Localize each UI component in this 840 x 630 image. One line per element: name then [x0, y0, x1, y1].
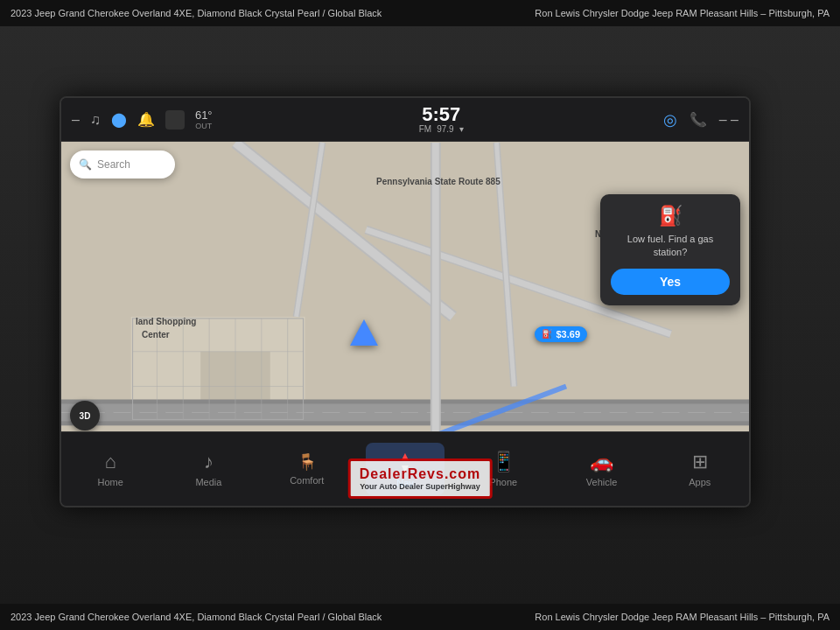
top-bar-right: Ron Lewis Chrysler Dodge Jeep RAM Pleasa…	[535, 8, 830, 18]
fuel-icon-row: ⛽	[611, 205, 730, 228]
nav-label-comfort: Comfort	[290, 475, 324, 486]
road-label-885: Pennsylvania State Route 885	[376, 177, 500, 186]
header-right-icons: ◎ 📞 – –	[663, 110, 738, 130]
fuel-yes-button[interactable]: Yes	[611, 269, 730, 295]
temp-value: 61°	[195, 108, 213, 122]
screen-header: – ♫ ⬤ 🔔 61° OUT 5:57 FM 97.9 ▾ ◎	[61, 98, 749, 142]
nav-item-comfort[interactable]: 🪑 Comfort	[268, 445, 346, 493]
nav-label-media: Media	[195, 477, 221, 487]
comfort-icon: 🪑	[298, 452, 317, 472]
watermark: DealerRevs.com Your Auto Dealer SuperHig…	[348, 458, 493, 499]
eye-icon[interactable]: ◎	[663, 110, 677, 130]
map-search[interactable]: 🔍 Search	[70, 150, 175, 178]
radio-freq: 97.9	[437, 124, 453, 134]
bottom-bar-left: 2023 Jeep Grand Cherokee Overland 4XE, D…	[10, 612, 382, 622]
temp-label: OUT	[195, 122, 213, 130]
infotainment-screen: – ♫ ⬤ 🔔 61° OUT 5:57 FM 97.9 ▾ ◎	[60, 96, 751, 508]
nav-label-home: Home	[97, 477, 122, 487]
watermark-title: DealerRevs.com	[360, 466, 481, 482]
top-bar-left: 2023 Jeep Grand Cherokee Overland 4XE, D…	[10, 8, 382, 18]
music-icon[interactable]: ♫	[90, 112, 101, 128]
fuel-popup-message: Low fuel. Find a gas station?	[611, 233, 730, 260]
road-label-shopping-2: Center	[142, 330, 170, 340]
clock-display: 5:57	[422, 105, 460, 124]
search-label: Search	[97, 158, 130, 171]
menu-dots-icon[interactable]: – –	[719, 112, 738, 128]
temperature-display: 61° OUT	[195, 108, 213, 130]
apps-grid-icon: ⊞	[692, 451, 708, 473]
car-background: – ♫ ⬤ 🔔 61° OUT 5:57 FM 97.9 ▾ ◎	[0, 26, 840, 604]
radio-band: FM	[419, 124, 431, 134]
3d-button[interactable]: 3D	[70, 401, 100, 430]
home-icon: ⌂	[104, 451, 116, 473]
nav-item-media[interactable]: ♪ Media	[169, 444, 248, 494]
header-center: 5:57 FM 97.9 ▾	[230, 105, 653, 134]
bottom-bar-right: Ron Lewis Chrysler Dodge Jeep RAM Pleasa…	[535, 612, 830, 622]
nav-item-vehicle[interactable]: 🚗 Vehicle	[563, 444, 641, 494]
phone-icon[interactable]: 📞	[690, 111, 707, 128]
nav-label-vehicle: Vehicle	[586, 477, 617, 487]
watermark-subtitle: Your Auto Dealer SuperHighway	[360, 482, 481, 491]
fuel-pump-icon: ⛽	[659, 205, 682, 228]
nav-label-phone: Phone	[489, 477, 517, 487]
phone-nav-icon: 📱	[492, 451, 515, 473]
search-icon: 🔍	[79, 158, 92, 171]
gas-pump-icon: ⛽	[542, 329, 552, 339]
radio-display: FM 97.9 ▾	[419, 124, 464, 134]
gas-price-marker[interactable]: ⛽ $3.69	[535, 326, 587, 342]
back-icon[interactable]: –	[72, 112, 80, 128]
top-bar: 2023 Jeep Grand Cherokee Overland 4XE, D…	[0, 0, 840, 26]
bell-icon[interactable]: 🔔	[137, 111, 155, 128]
nav-arrow	[350, 319, 378, 346]
vehicle-icon: 🚗	[590, 451, 613, 473]
gas-price: $3.69	[556, 329, 580, 340]
bottom-bar: 2023 Jeep Grand Cherokee Overland 4XE, D…	[0, 604, 840, 630]
fuel-popup: ⛽ Low fuel. Find a gas station? Yes	[600, 194, 740, 305]
nav-item-apps[interactable]: ⊞ Apps	[661, 444, 739, 494]
nav-label-apps: Apps	[689, 477, 710, 487]
watermark-box: DealerRevs.com Your Auto Dealer SuperHig…	[348, 458, 493, 499]
road-label-shopping-1: land Shopping	[136, 317, 196, 326]
circle-icon[interactable]: ⬤	[111, 111, 127, 128]
nav-item-home[interactable]: ⌂ Home	[71, 444, 150, 494]
music-note-icon: ♪	[204, 451, 214, 473]
square-icon[interactable]	[165, 110, 185, 130]
chevron-down-icon: ▾	[459, 124, 464, 134]
